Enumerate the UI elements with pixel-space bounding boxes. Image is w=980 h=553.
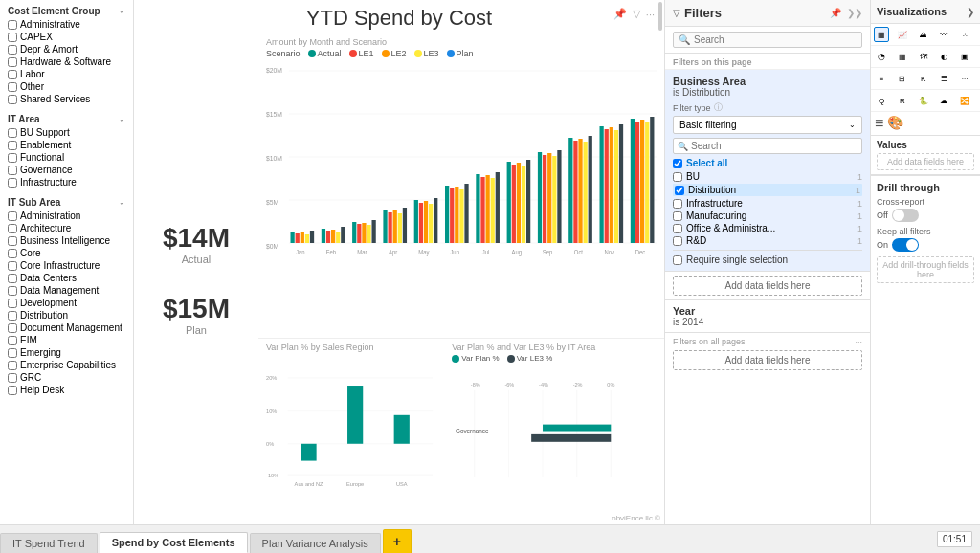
sub-item-development[interactable]: Development <box>8 298 125 308</box>
viz-close-icon[interactable]: ❯ <box>967 7 974 17</box>
it-item-governance[interactable]: Governance <box>8 165 125 175</box>
cost-check-hardware[interactable] <box>8 57 17 67</box>
viz-icon-matrix[interactable]: ⊞ <box>895 71 910 86</box>
filter-check-rd[interactable]: R&D 1 <box>673 235 862 246</box>
tab-plan-variance[interactable]: Plan Variance Analysis <box>250 533 381 553</box>
viz-icon-r[interactable]: R <box>895 93 910 108</box>
cost-check-other[interactable] <box>8 82 17 92</box>
viz-icon-pie[interactable]: ◔ <box>874 49 889 64</box>
cost-item-other[interactable]: Other <box>8 81 125 92</box>
filter-icon[interactable]: ▽ <box>633 8 640 20</box>
cost-item-capex[interactable]: CAPEX <box>8 32 125 42</box>
cost-check-shared[interactable] <box>8 95 17 104</box>
keep-filters-toggle-row: On <box>877 238 974 252</box>
sub-item-grc[interactable]: GRC <box>8 372 125 383</box>
cost-check-depr[interactable] <box>8 45 17 55</box>
svg-rect-60 <box>547 153 551 243</box>
pin-icon[interactable]: 📌 <box>613 8 627 20</box>
filter-check-infrastructure[interactable]: Infrastructure 1 <box>673 198 862 209</box>
filter-check-office[interactable]: Office & Administra... 1 <box>673 223 862 233</box>
keep-filters-toggle[interactable] <box>892 238 919 252</box>
cost-item-administrative[interactable]: Administrative <box>8 19 125 30</box>
cost-item-labor[interactable]: Labor <box>8 69 125 79</box>
it-item-functional[interactable]: Functional <box>8 152 125 163</box>
all-pages-more[interactable]: ··· <box>855 337 862 346</box>
sub-item-data-mgmt[interactable]: Data Management <box>8 285 125 296</box>
cost-check-capex[interactable] <box>8 33 17 42</box>
sub-item-help-desk[interactable]: Help Desk <box>8 385 125 395</box>
it-check-enablement[interactable] <box>8 141 17 150</box>
viz-icon-scatter[interactable]: ⁙ <box>957 27 972 42</box>
filter-list-search[interactable] <box>691 141 858 151</box>
cost-check-administrative[interactable] <box>8 20 17 30</box>
viz-icon-kpi[interactable]: K <box>916 71 931 86</box>
sub-item-enterprise[interactable]: Enterprise Capabilities <box>8 360 125 370</box>
tab-add-button[interactable]: + <box>383 529 412 553</box>
add-data-page-btn[interactable]: Add data fields here <box>673 276 862 296</box>
sub-item-distribution[interactable]: Distribution <box>8 310 125 321</box>
tab-spend-by-cost[interactable]: Spend by Cost Elements <box>100 532 248 553</box>
filters-pin-icon[interactable]: 📌 <box>830 8 841 18</box>
viz-icon-qa[interactable]: Q <box>874 93 889 108</box>
cost-item-depr[interactable]: Depr & Amort <box>8 44 125 55</box>
it-check-bu[interactable] <box>8 128 17 138</box>
more-icon[interactable]: ··· <box>646 9 655 20</box>
svg-rect-78 <box>640 120 644 243</box>
viz-fields-icon[interactable]: ≡ <box>875 115 883 132</box>
viz-icon-ribbon[interactable]: 〰 <box>936 27 951 42</box>
sub-item-data-centers[interactable]: Data Centers <box>8 273 125 283</box>
filter-check-bu[interactable]: BU 1 <box>673 171 862 182</box>
it-sub-area-label: IT Sub Area <box>8 197 60 208</box>
viz-icon-card[interactable]: ▣ <box>957 49 972 64</box>
add-data-all-pages-btn[interactable]: Add data fields here <box>673 350 862 370</box>
viz-icon-py[interactable]: 🐍 <box>916 93 931 108</box>
select-all-row[interactable]: Select all <box>673 158 862 168</box>
viz-format-icon[interactable]: 🎨 <box>887 115 903 132</box>
svg-rect-38 <box>434 198 437 243</box>
viz-icon-stacked-bar[interactable]: ▦ <box>874 27 889 42</box>
sub-item-administration[interactable]: Administration <box>8 210 125 221</box>
viz-icon-treemap[interactable]: ▦ <box>895 49 910 64</box>
it-check-functional[interactable] <box>8 153 17 163</box>
sub-item-eim[interactable]: EIM <box>8 335 125 345</box>
cost-item-hardware[interactable]: Hardware & Software <box>8 56 125 67</box>
viz-icon-map[interactable]: 🗺 <box>916 49 931 64</box>
cost-check-labor[interactable] <box>8 70 17 79</box>
viz-icon-azure[interactable]: ☁ <box>936 93 951 108</box>
sub-item-core[interactable]: Core <box>8 248 125 258</box>
legend-plan: Plan <box>447 49 474 58</box>
it-item-bu[interactable]: BU Support <box>8 127 125 138</box>
filter-type-dropdown[interactable]: Basic filtering ⌄ <box>673 116 862 134</box>
cost-item-shared[interactable]: Shared Services <box>8 94 125 104</box>
viz-icon-more-viz[interactable]: ··· <box>957 71 972 86</box>
viz-icon-area[interactable]: ⛰ <box>916 27 931 42</box>
sub-item-architecture[interactable]: Architecture <box>8 223 125 233</box>
sub-item-emerging[interactable]: Emerging <box>8 347 125 358</box>
sub-item-bi[interactable]: Business Intelligence <box>8 235 125 246</box>
filter-search-input[interactable] <box>694 34 857 45</box>
select-all-checkbox[interactable] <box>673 159 682 168</box>
svg-rect-73 <box>614 130 618 243</box>
viz-icon-line[interactable]: 📈 <box>895 27 910 42</box>
sub-item-doc-mgmt[interactable]: Document Management <box>8 322 125 333</box>
viz-icon-gauge[interactable]: ◐ <box>936 49 951 64</box>
svg-text:10%: 10% <box>266 409 277 414</box>
svg-rect-58 <box>538 152 542 243</box>
svg-text:Mar: Mar <box>357 249 368 256</box>
svg-text:Oct: Oct <box>574 249 583 256</box>
require-single-checkbox[interactable] <box>673 255 682 265</box>
legend-actual: Actual <box>308 49 342 58</box>
sub-item-core-infra[interactable]: Core Infrastructure <box>8 260 125 271</box>
viz-icon-slicer[interactable]: ☰ <box>936 71 951 86</box>
viz-icon-table[interactable]: ≡ <box>874 71 889 86</box>
tab-it-spend-trend[interactable]: IT Spend Trend <box>0 533 98 553</box>
filters-expand-icon[interactable]: ❯❯ <box>847 8 862 18</box>
it-check-infrastructure[interactable] <box>8 178 17 188</box>
it-item-infrastructure[interactable]: Infrastructure <box>8 177 125 188</box>
it-check-governance[interactable] <box>8 166 17 175</box>
filter-check-distribution[interactable]: Distribution 1 <box>673 184 862 196</box>
viz-icon-decomp[interactable]: 🔀 <box>957 93 972 108</box>
cross-report-toggle[interactable] <box>892 209 919 222</box>
it-item-enablement[interactable]: Enablement <box>8 140 125 150</box>
filter-check-manufacturing[interactable]: Manufacturing 1 <box>673 210 862 221</box>
